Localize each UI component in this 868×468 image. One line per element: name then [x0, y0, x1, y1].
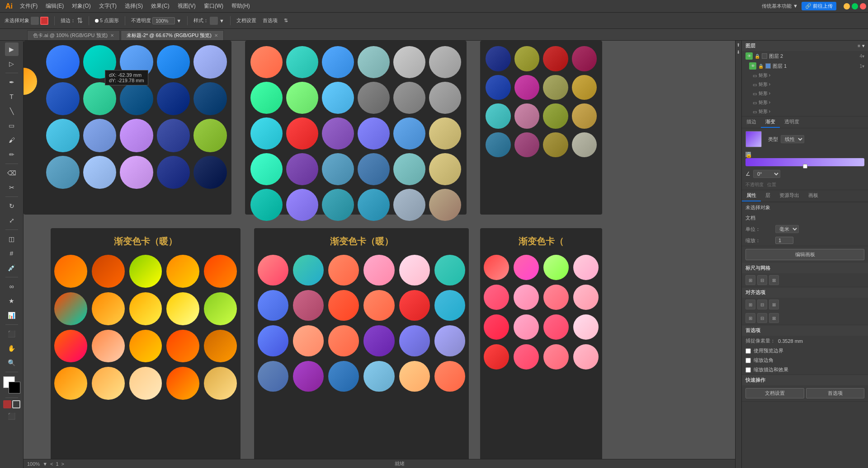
eyedropper-tool[interactable]: 💉 — [5, 261, 19, 275]
tab-transparency[interactable]: 透明度 — [780, 117, 804, 128]
snap-btn-1[interactable]: ⊞ — [745, 275, 755, 285]
menu-text[interactable]: 文字(T) — [95, 1, 120, 11]
layers-expand-icon[interactable]: ▾ — [862, 43, 864, 48]
snap-btn-3[interactable]: ⊠ — [769, 275, 779, 285]
menu-file[interactable]: 文件(F) — [16, 1, 41, 11]
layers-header[interactable]: 图层 ≡ ▾ — [742, 41, 868, 51]
tab-untitled[interactable]: 未标题-2* @ 66.67% (RGB/GPU 预览) ✕ — [121, 30, 224, 40]
traditional-label[interactable]: 传统基本功能 ▼ — [762, 3, 798, 9]
hand-tool[interactable]: ✋ — [5, 342, 19, 355]
page-nav-prev[interactable]: < — [50, 461, 53, 467]
scale-tool[interactable]: ⤢ — [5, 214, 19, 227]
ruler-grid-header[interactable]: 标尺与网格 — [742, 263, 868, 273]
snap-dist-1[interactable]: ⊞ — [745, 313, 755, 323]
menu-select[interactable]: 选择(S) — [121, 1, 146, 11]
tab-gradient[interactable]: 渐变 — [761, 117, 780, 128]
layer-rect-5[interactable]: ▭ 矩形 › — [742, 107, 868, 116]
visibility-icon[interactable]: 👁 — [745, 52, 753, 60]
stroke-indicator[interactable] — [12, 400, 20, 408]
chart-tool[interactable]: 📊 — [5, 309, 19, 322]
eraser-tool[interactable]: ⌫ — [5, 166, 19, 180]
tab-untitled-close[interactable]: ✕ — [214, 33, 218, 38]
zoom-tool[interactable]: 🔍 — [5, 356, 19, 370]
line-tool[interactable]: ╲ — [5, 104, 19, 118]
style-swatch[interactable] — [210, 17, 218, 25]
symbol-tool[interactable]: ★ — [5, 294, 19, 308]
snap-header[interactable]: 对齐选项 — [742, 287, 868, 298]
color-swatch[interactable] — [31, 17, 39, 25]
fill-indicator[interactable] — [3, 400, 11, 408]
snap-align-right[interactable]: ⊠ — [769, 300, 779, 309]
pencil-tool[interactable]: ✏ — [5, 148, 19, 161]
maximize-button[interactable] — [852, 3, 858, 9]
layer-item-1[interactable]: 👁 🔒 图层 1 1▾ — [742, 61, 868, 71]
edit-artboard-button[interactable]: 编辑画板 — [745, 249, 864, 260]
menu-view[interactable]: 视图(V) — [174, 1, 199, 11]
stroke-swatch[interactable] — [40, 17, 48, 25]
minimize-button[interactable] — [844, 3, 850, 9]
gradient-handle-mid[interactable] — [803, 164, 807, 168]
mesh-tool[interactable]: # — [5, 247, 19, 260]
snap-align-left[interactable]: ⊞ — [745, 300, 755, 309]
tab-caka-close[interactable]: ✕ — [110, 33, 114, 38]
layer-rect-3[interactable]: ▭ 矩形 › — [742, 89, 868, 98]
rotate-tool[interactable]: ↻ — [5, 199, 19, 213]
adobe-stock-button[interactable]: 🔗 前往上传 — [802, 2, 836, 10]
pen-tool[interactable]: ✒ — [5, 75, 19, 89]
layer-rect-2[interactable]: ▭ 矩形 › — [742, 80, 868, 89]
gradient-bar[interactable] — [745, 158, 864, 166]
tab-stroke[interactable]: 描边 — [742, 117, 761, 128]
opacity-dropdown[interactable]: ▼ — [176, 18, 181, 23]
tab-properties[interactable]: 属性 — [742, 190, 761, 201]
snap-align-center[interactable]: ⊟ — [757, 300, 767, 309]
scissors-tool[interactable]: ✂ — [5, 181, 19, 194]
scale-corners-checkbox[interactable] — [745, 358, 751, 363]
zoom-dropdown[interactable]: ▼ — [42, 461, 47, 467]
layer-rect-1[interactable]: ▭ 矩形 › — [742, 71, 868, 80]
menu-window[interactable]: 窗口(W) — [200, 1, 227, 11]
snap-dist-3[interactable]: ⊠ — [769, 313, 779, 323]
shape-tool[interactable]: ▭ — [5, 119, 19, 132]
direct-selection-tool[interactable]: ▷ — [5, 57, 19, 70]
artboard-tool[interactable]: ⬛ — [5, 327, 19, 341]
layers-menu-icon[interactable]: ≡ — [858, 43, 860, 48]
page-nav-next[interactable]: > — [61, 461, 64, 467]
visibility-icon[interactable]: 👁 — [749, 62, 756, 70]
tab-layers-prop[interactable]: 层 — [761, 190, 775, 201]
canvas-area[interactable]: dX: -62.39 mm dY: -219.78 mm — [24, 41, 735, 468]
menu-object[interactable]: 对象(O) — [68, 1, 94, 11]
doc-settings-btn[interactable]: 文档设置 — [235, 16, 258, 25]
arrange-btn[interactable]: ⇅ — [282, 17, 290, 24]
scale-stroke-checkbox[interactable] — [745, 367, 751, 373]
angle-select[interactable]: 0° — [753, 170, 780, 178]
doc-settings-quick-btn[interactable]: 文档设置 — [745, 388, 804, 398]
layer-rect-4[interactable]: ▭ 矩形 › — [742, 98, 868, 107]
background-color[interactable] — [9, 382, 20, 393]
preferences-quick-btn[interactable]: 首选项 — [806, 388, 865, 398]
tab-asset-export[interactable]: 资源导出 — [775, 190, 804, 201]
gradient-lock-icon[interactable]: 🔒 — [745, 152, 751, 157]
screen-mode[interactable]: ⬛ — [5, 409, 19, 423]
blend-tool[interactable]: ∞ — [5, 280, 19, 293]
style-dropdown[interactable]: ▼ — [219, 18, 224, 23]
tab-artboard[interactable]: 画板 — [804, 190, 823, 201]
preference-header[interactable]: 首选项 — [742, 325, 868, 336]
slim-btn-1[interactable]: ⬆ — [736, 42, 741, 47]
unit-select[interactable]: 毫米 — [775, 225, 799, 233]
stroke-arrows[interactable]: ⇅ — [77, 16, 83, 25]
type-select[interactable]: 线性 — [781, 135, 804, 143]
paint-brush[interactable]: 🖌 — [5, 133, 19, 147]
preview-bounds-checkbox[interactable] — [745, 348, 751, 354]
opacity-input[interactable] — [152, 17, 175, 24]
text-tool[interactable]: T — [5, 90, 19, 103]
slim-btn-2[interactable]: ⬇ — [736, 50, 741, 54]
menu-edit[interactable]: 编辑(E) — [42, 1, 67, 11]
menu-help[interactable]: 帮助(H) — [228, 1, 254, 11]
selection-tool[interactable]: ▶ — [5, 42, 19, 56]
gradient-preview-box[interactable] — [745, 131, 762, 147]
gradient-tool[interactable]: ◫ — [5, 232, 19, 246]
scale-input[interactable] — [775, 237, 793, 244]
zoom-level[interactable]: 100% — [27, 461, 40, 467]
snap-dist-2[interactable]: ⊟ — [757, 313, 767, 323]
menu-effect[interactable]: 效果(C) — [147, 1, 173, 11]
